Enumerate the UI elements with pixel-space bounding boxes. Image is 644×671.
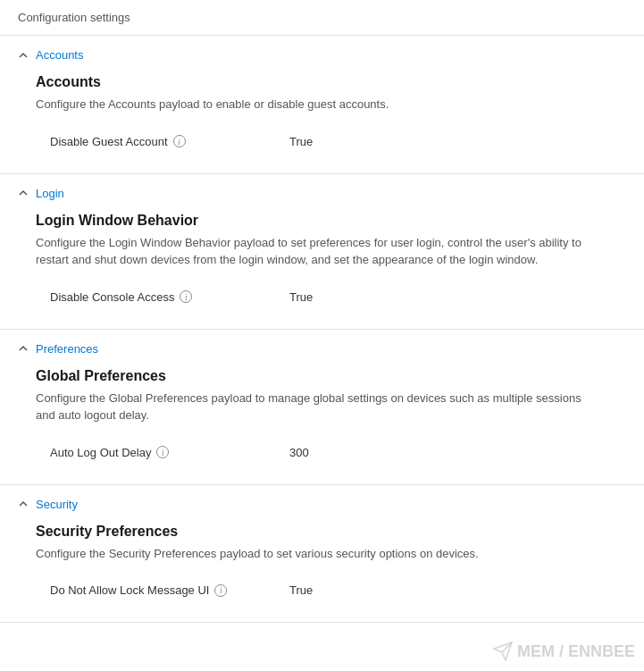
sections-container: AccountsAccountsConfigure the Accounts p…	[0, 36, 644, 623]
section-category-preferences: Preferences	[36, 342, 98, 356]
setting-value-accounts-0: True	[289, 135, 313, 148]
section-title-preferences: Global Preferences	[36, 368, 626, 384]
watermark: MEM / ENNBEE	[492, 641, 635, 662]
section-title-login: Login Window Behavior	[36, 213, 626, 229]
section-header-preferences[interactable]: Preferences	[18, 342, 626, 356]
chevron-up-icon	[18, 499, 29, 509]
page-title: Configuration settings	[18, 11, 130, 24]
section-category-login: Login	[36, 187, 64, 200]
section-accounts: AccountsAccountsConfigure the Accounts p…	[0, 36, 644, 174]
chevron-up-icon	[18, 188, 29, 198]
section-description-login: Configure the Login Window Behavior payl…	[36, 234, 590, 269]
setting-value-preferences-0: 300	[289, 446, 309, 459]
setting-row-accounts-0: Disable Guest AccountiTrue	[36, 128, 626, 155]
setting-label-text-security-0: Do Not Allow Lock Message UI	[50, 583, 209, 597]
watermark-icon	[492, 641, 514, 662]
setting-label-text-login-0: Disable Console Access	[50, 290, 174, 304]
section-preferences: PreferencesGlobal PreferencesConfigure t…	[0, 330, 644, 485]
page-header: Configuration settings	[0, 0, 644, 36]
section-header-security[interactable]: Security	[18, 498, 626, 511]
section-content-preferences: Global PreferencesConfigure the Global P…	[18, 368, 626, 466]
setting-row-preferences-0: Auto Log Out Delayi300	[36, 439, 626, 466]
section-content-security: Security PreferencesConfigure the Securi…	[18, 524, 626, 605]
section-header-login[interactable]: Login	[18, 187, 626, 200]
info-icon-preferences-0[interactable]: i	[156, 446, 169, 458]
info-icon-security-0[interactable]: i	[214, 584, 227, 597]
section-category-accounts: Accounts	[36, 48, 83, 62]
setting-label-accounts-0: Disable Guest Accounti	[50, 135, 247, 148]
setting-row-security-0: Do Not Allow Lock Message UIiTrue	[36, 576, 626, 604]
section-content-login: Login Window BehaviorConfigure the Login…	[18, 213, 626, 311]
section-category-security: Security	[36, 498, 78, 511]
section-description-accounts: Configure the Accounts payload to enable…	[36, 96, 590, 113]
section-description-preferences: Configure the Global Preferences payload…	[36, 390, 590, 424]
section-header-accounts[interactable]: Accounts	[18, 48, 626, 62]
setting-label-preferences-0: Auto Log Out Delayi	[50, 446, 247, 459]
setting-label-text-accounts-0: Disable Guest Account	[50, 135, 168, 148]
setting-label-text-preferences-0: Auto Log Out Delay	[50, 446, 151, 459]
chevron-up-icon	[18, 343, 29, 354]
section-description-security: Configure the Security Preferences paylo…	[36, 545, 590, 563]
setting-value-login-0: True	[289, 290, 313, 304]
section-security: SecuritySecurity PreferencesConfigure th…	[0, 485, 644, 624]
chevron-up-icon	[18, 50, 29, 61]
section-login: LoginLogin Window BehaviorConfigure the …	[0, 174, 644, 330]
section-content-accounts: AccountsConfigure the Accounts payload t…	[18, 74, 626, 155]
setting-value-security-0: True	[289, 583, 313, 597]
info-icon-accounts-0[interactable]: i	[173, 135, 186, 147]
info-icon-login-0[interactable]: i	[180, 290, 192, 303]
setting-label-security-0: Do Not Allow Lock Message UIi	[50, 583, 247, 597]
setting-row-login-0: Disable Console AccessiTrue	[36, 283, 626, 311]
section-title-accounts: Accounts	[36, 74, 626, 90]
setting-label-login-0: Disable Console Accessi	[50, 290, 247, 304]
section-title-security: Security Preferences	[36, 524, 626, 540]
